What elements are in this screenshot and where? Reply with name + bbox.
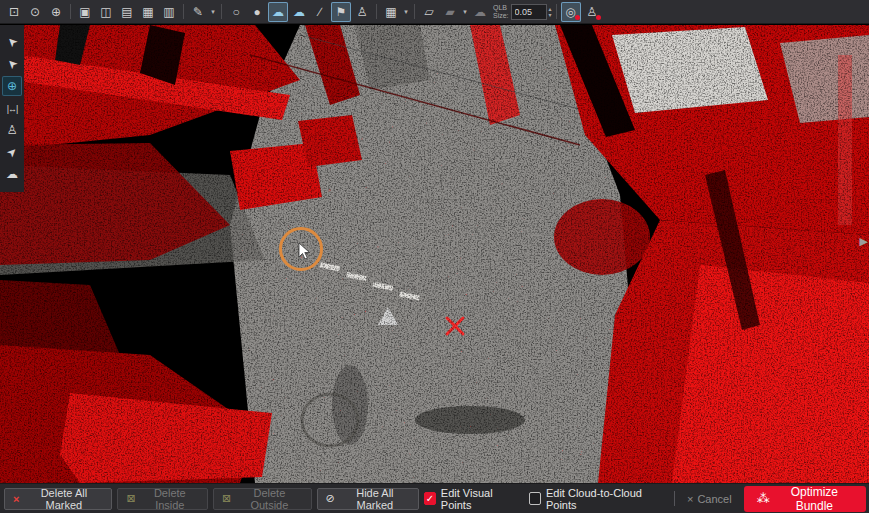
layout-menu-dropdown-icon[interactable]: ▾ <box>402 8 410 16</box>
filmstrip-icon[interactable]: ▦ <box>138 2 158 22</box>
cube-m-icon[interactable]: ▰ <box>440 2 460 22</box>
left-toolbar: ➤ ➤ ⊕ |↔| ♙ ➤ ☁ <box>0 25 24 192</box>
delete-inside-button[interactable]: ⊠ Delete Inside <box>117 488 208 510</box>
sphere-tool-icon[interactable]: ● <box>247 2 267 22</box>
edit-cloud-to-cloud-label: Edit Cloud-to-Cloud Points <box>546 487 662 511</box>
toolbar-separator <box>376 4 377 19</box>
marker-pen-dropdown-icon[interactable]: ▾ <box>209 8 217 16</box>
marker-pen-icon[interactable]: ✎ <box>188 2 208 22</box>
bundle-icon: ⁂ <box>757 491 770 506</box>
hide-all-marked-button[interactable]: ⊘ Hide All Marked <box>317 488 419 510</box>
expand-panel-arrow-icon[interactable]: ▶ <box>860 235 868 248</box>
select-arrow-icon[interactable]: ➤ <box>2 32 22 52</box>
delete-outside-label: Delete Outside <box>236 487 302 511</box>
delete-outside-icon: ⊠ <box>222 492 231 505</box>
toolbar-separator <box>414 4 415 19</box>
toolbar-separator <box>556 4 557 19</box>
camera-icon[interactable]: ▣ <box>75 2 95 22</box>
cloud-m-icon[interactable]: ☁ <box>470 2 490 22</box>
edit-cloud-to-cloud-checkbox[interactable]: Edit Cloud-to-Cloud Points <box>529 487 662 511</box>
cloud-view-icon[interactable]: ☁ <box>2 164 22 184</box>
qlb-size-input[interactable] <box>511 4 547 20</box>
delete-all-marked-button[interactable]: × Delete All Marked <box>4 488 112 510</box>
app-window: ⊡ ⊙ ⊕ ▣ ◫ ▤ ▦ ▥ ✎ ▾ ○ ● ☁ ☁ ∕ ⚑ ♙ ▦ ▾ ▱ … <box>0 0 869 513</box>
image-view-icon[interactable]: ▤ <box>117 2 137 22</box>
bottom-toolbar: × Delete All Marked ⊠ Delete Inside ⊠ De… <box>0 483 869 513</box>
cancel-button[interactable]: × Cancel <box>687 493 732 505</box>
zoom-extents-icon[interactable]: ⊕ <box>46 2 66 22</box>
delete-inside-label: Delete Inside <box>141 487 199 511</box>
setup-person-icon[interactable]: ♙ <box>2 120 22 140</box>
select-box-icon[interactable]: ➤ <box>2 54 22 74</box>
toolbar-separator <box>183 4 184 19</box>
qlb-size-label: QLB Size: <box>493 4 509 20</box>
delete-outside-button[interactable]: ⊠ Delete Outside <box>213 488 312 510</box>
checkbox-checked-icon: ✓ <box>424 492 436 505</box>
circle-tool-icon[interactable]: ○ <box>226 2 246 22</box>
hide-marked-icon: ⊘ <box>326 492 335 505</box>
cancel-label: Cancel <box>697 493 731 505</box>
edit-visual-points-checkbox[interactable]: ✓ Edit Visual Points <box>424 487 517 511</box>
measure-width-icon[interactable]: |↔| <box>2 98 22 118</box>
qlb-magnifier-icon[interactable]: ◎ <box>561 2 581 22</box>
spin-down-icon[interactable]: ▾ <box>549 12 552 18</box>
toolbar-separator <box>70 4 71 19</box>
pick-move-icon[interactable]: ⊕ <box>2 76 22 96</box>
zoom-window-icon[interactable]: ⊡ <box>4 2 24 22</box>
cloud-tool-icon[interactable]: ☁ <box>268 2 288 22</box>
cube-icon[interactable]: ▱ <box>419 2 439 22</box>
bottom-bar-divider <box>674 491 675 506</box>
bottom-bar-right: ✓ Edit Visual Points Edit Cloud-to-Cloud… <box>424 486 869 512</box>
optimize-bundle-label: Optimize Bundle <box>776 485 853 513</box>
edit-visual-points-label: Edit Visual Points <box>441 487 517 511</box>
split-view-icon[interactable]: ◫ <box>96 2 116 22</box>
optimize-bundle-button[interactable]: ⁂ Optimize Bundle <box>744 486 866 512</box>
cloud-points-icon[interactable]: ☁ <box>289 2 309 22</box>
location-pin-icon[interactable]: ⚑ <box>331 2 351 22</box>
qlb-size-control: QLB Size: ▴ ▾ <box>493 4 552 20</box>
pointcloud-scene <box>0 25 869 483</box>
delete-all-marked-label: Delete All Marked <box>24 487 103 511</box>
hide-all-marked-label: Hide All Marked <box>340 487 410 511</box>
cube-m-dropdown-icon[interactable]: ▾ <box>461 8 469 16</box>
qlb-spinner: ▴ ▾ <box>549 6 552 18</box>
checkbox-unchecked-icon <box>529 492 541 505</box>
person-view-icon[interactable]: ♙ <box>352 2 372 22</box>
zoom-icon[interactable]: ⊙ <box>25 2 45 22</box>
probe-icon[interactable]: ∕ <box>310 2 330 22</box>
delete-marked-icon: × <box>13 493 19 505</box>
person-target-icon[interactable]: ♙ <box>582 2 602 22</box>
navigate-icon[interactable]: ➤ <box>2 142 22 162</box>
layout-menu-icon[interactable]: ▦ <box>381 2 401 22</box>
frames-icon[interactable]: ▥ <box>159 2 179 22</box>
viewport[interactable]: ▶ <box>0 25 869 483</box>
top-toolbar: ⊡ ⊙ ⊕ ▣ ◫ ▤ ▦ ▥ ✎ ▾ ○ ● ☁ ☁ ∕ ⚑ ♙ ▦ ▾ ▱ … <box>0 0 869 24</box>
cancel-icon: × <box>687 493 693 505</box>
delete-inside-icon: ⊠ <box>126 492 135 505</box>
toolbar-separator <box>221 4 222 19</box>
